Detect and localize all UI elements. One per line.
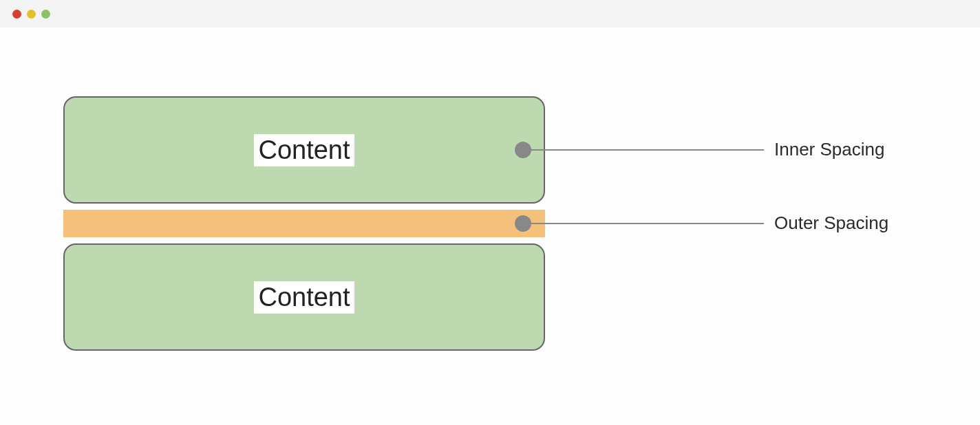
maximize-icon[interactable] — [41, 10, 50, 19]
close-icon[interactable] — [12, 10, 21, 19]
callout-label-outer: Outer Spacing — [774, 212, 888, 234]
callout-line-outer — [530, 223, 764, 224]
outer-spacing-bar — [63, 210, 545, 237]
content-box-bottom: Content — [63, 243, 545, 351]
callout-dot-outer — [515, 215, 531, 232]
window-titlebar — [0, 0, 980, 28]
callout-dot-inner — [515, 142, 531, 158]
diagram-canvas: Content Content Inner Spacing Outer Spac… — [0, 28, 980, 425]
callout-line-inner — [530, 149, 764, 151]
callout-label-inner: Inner Spacing — [774, 139, 884, 160]
minimize-icon[interactable] — [27, 10, 36, 19]
content-box-top: Content — [63, 96, 545, 204]
content-label-top: Content — [254, 134, 354, 166]
content-label-bottom: Content — [254, 281, 354, 314]
